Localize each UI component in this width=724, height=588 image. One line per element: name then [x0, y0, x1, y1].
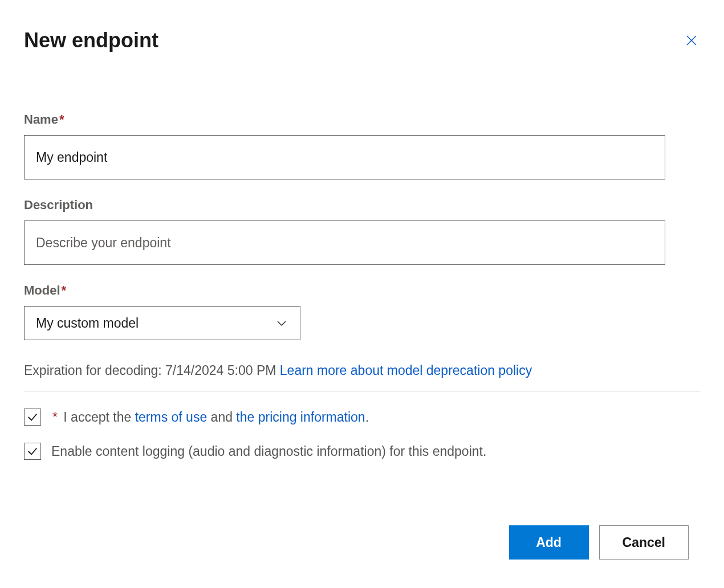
deprecation-policy-link[interactable]: Learn more about model deprecation polic…	[280, 363, 532, 378]
required-indicator: *	[62, 283, 67, 297]
description-label: Description	[24, 198, 700, 213]
model-select-value: My custom model	[36, 316, 139, 331]
required-indicator: *	[59, 112, 64, 126]
checkmark-icon	[26, 445, 39, 458]
add-button[interactable]: Add	[509, 525, 589, 560]
terms-of-use-link[interactable]: terms of use	[135, 410, 208, 424]
logging-checkbox[interactable]	[24, 443, 41, 460]
name-label: Name*	[24, 112, 700, 127]
model-label: Model*	[24, 283, 700, 298]
required-indicator: *	[52, 410, 58, 424]
chevron-down-icon	[275, 316, 288, 330]
cancel-button[interactable]: Cancel	[599, 525, 689, 560]
model-select[interactable]: My custom model	[24, 306, 300, 340]
terms-label: * I accept the terms of use and the pric…	[51, 410, 369, 425]
logging-label: Enable content logging (audio and diagno…	[51, 444, 486, 459]
close-button[interactable]	[683, 32, 700, 49]
pricing-info-link[interactable]: the pricing information	[236, 410, 365, 424]
dialog-title: New endpoint	[24, 28, 158, 52]
close-icon	[685, 34, 698, 47]
description-input[interactable]	[24, 220, 665, 265]
name-input[interactable]	[24, 135, 665, 179]
checkmark-icon	[26, 411, 39, 423]
expiration-info: Expiration for decoding: 7/14/2024 5:00 …	[24, 363, 700, 391]
terms-checkbox[interactable]	[24, 409, 41, 426]
